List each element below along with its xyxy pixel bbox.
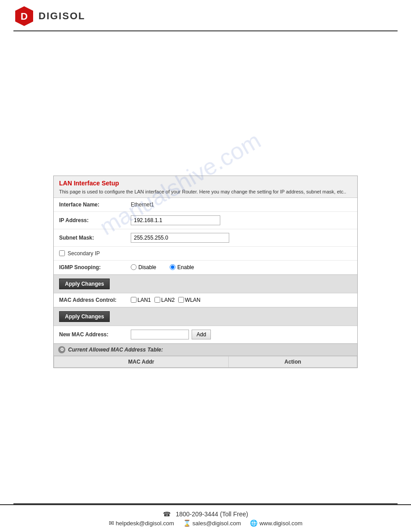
footer-email: helpdesk@digisol.com	[116, 520, 174, 527]
digisol-logo-icon: D	[13, 5, 35, 27]
wlan-checkbox[interactable]	[178, 297, 184, 303]
globe-icon: 🌐	[250, 519, 257, 527]
igmp-disable-label: Disable	[138, 264, 156, 270]
hourglass-icon: ⌛	[183, 519, 191, 527]
mac-control-label: MAC Address Control:	[59, 297, 131, 303]
mac-control-row: MAC Address Control: LAN1 LAN2 WLAN	[54, 293, 357, 307]
mac-control-options: LAN1 LAN2 WLAN	[131, 297, 201, 303]
interface-name-row: Interface Name: Ethernet1	[54, 198, 357, 212]
new-mac-row: New MAC Address: Add	[54, 326, 357, 343]
igmp-enable-radio[interactable]	[170, 264, 176, 270]
panel-description: This page is used to configure the LAN i…	[59, 189, 352, 195]
wlan-label: WLAN	[185, 297, 201, 303]
apply-changes-row-1: Apply Changes	[54, 275, 357, 293]
header: D DIGISOL	[0, 0, 411, 30]
apply-changes-button-1[interactable]: Apply Changes	[59, 279, 110, 289]
lan1-checkbox[interactable]	[131, 297, 137, 303]
section-gear-icon: ⚙	[58, 346, 65, 353]
new-mac-label: New MAC Address:	[59, 331, 131, 338]
footer-contact-line: ✉ helpdesk@digisol.com ⌛ sales@digisol.c…	[13, 519, 398, 527]
panel-title: LAN Interface Setup This page is used to…	[54, 176, 357, 197]
interface-name-value: Ethernet1	[131, 202, 154, 208]
footer-website-item: 🌐 www.digisol.com	[250, 519, 302, 527]
mac-address-table: MAC Addr Action	[54, 356, 357, 368]
phone-icon: ☎	[163, 511, 171, 518]
email-icon: ✉	[109, 519, 114, 527]
col-action: Action	[228, 356, 357, 367]
secondary-ip-checkbox[interactable]	[59, 250, 65, 256]
apply-changes-button-2[interactable]: Apply Changes	[59, 311, 110, 322]
footer-phone-line: ☎ 1800-209-3444 (Toll Free)	[13, 511, 398, 518]
svg-text:D: D	[21, 11, 28, 22]
lan2-label: LAN2	[161, 297, 175, 303]
add-mac-button[interactable]: Add	[192, 330, 211, 339]
igmp-radio-group: Disable Enable	[131, 264, 194, 270]
igmp-disable-option[interactable]: Disable	[131, 264, 156, 270]
apply-changes-row-2: Apply Changes	[54, 307, 357, 326]
wlan-option[interactable]: WLAN	[178, 297, 201, 303]
secondary-ip-label: Secondary IP	[68, 250, 100, 257]
logo-text: DIGISOL	[39, 10, 85, 22]
ip-address-input[interactable]	[131, 215, 220, 225]
igmp-enable-option[interactable]: Enable	[170, 264, 194, 270]
igmp-snooping-row: IGMP Snooping: Disable Enable	[54, 261, 357, 275]
lan2-option[interactable]: LAN2	[154, 297, 175, 303]
footer-website: www.digisol.com	[259, 520, 302, 527]
footer-sales-item: ⌛ sales@digisol.com	[183, 519, 241, 527]
mac-table-title: Current Allowed MAC Address Table:	[68, 347, 163, 353]
footer-email-item: ✉ helpdesk@digisol.com	[109, 519, 174, 527]
lan-interface-panel: LAN Interface Setup This page is used to…	[53, 176, 358, 368]
subnet-mask-label: Subnet Mask:	[59, 235, 131, 241]
lan2-checkbox[interactable]	[154, 297, 160, 303]
footer: ☎ 1800-209-3444 (Toll Free) ✉ helpdesk@d…	[0, 503, 411, 532]
new-mac-input[interactable]	[131, 330, 189, 339]
ip-address-row: IP Address:	[54, 212, 357, 229]
logo-container: D DIGISOL	[13, 5, 85, 27]
main-content: LAN Interface Setup This page is used to…	[0, 31, 411, 503]
secondary-ip-row: Secondary IP	[54, 247, 357, 261]
footer-sales-email: sales@digisol.com	[193, 520, 241, 527]
footer-phone: 1800-209-3444 (Toll Free)	[176, 511, 248, 518]
lan1-option[interactable]: LAN1	[131, 297, 151, 303]
interface-name-label: Interface Name:	[59, 202, 131, 208]
panel-heading: LAN Interface Setup	[59, 180, 352, 187]
igmp-enable-label: Enable	[177, 264, 194, 270]
ip-address-label: IP Address:	[59, 217, 131, 223]
igmp-disable-radio[interactable]	[131, 264, 137, 270]
mac-table-section-header: ⚙ Current Allowed MAC Address Table:	[54, 343, 357, 356]
footer-content: ☎ 1800-209-3444 (Toll Free) ✉ helpdesk@d…	[0, 504, 411, 532]
subnet-mask-input[interactable]	[131, 233, 229, 243]
igmp-label: IGMP Snooping:	[59, 264, 131, 270]
subnet-mask-row: Subnet Mask:	[54, 229, 357, 247]
panel-body: Interface Name: Ethernet1 IP Address: Su…	[54, 198, 357, 368]
col-mac-addr: MAC Addr	[54, 356, 229, 367]
lan1-label: LAN1	[137, 297, 151, 303]
